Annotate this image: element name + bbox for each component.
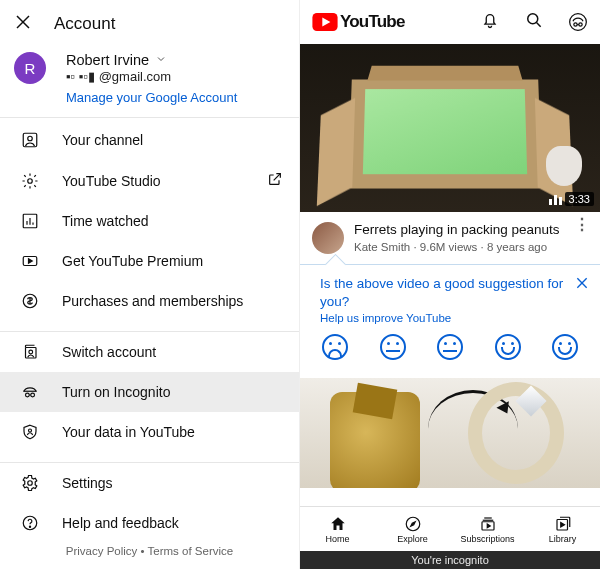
menu-help[interactable]: Help and feedback: [0, 503, 299, 543]
menu-your-data[interactable]: Your data in YouTube: [0, 412, 299, 452]
svg-point-4: [28, 178, 33, 183]
nav-library[interactable]: Library: [525, 507, 600, 551]
video-thumbnail-2[interactable]: [300, 378, 600, 488]
dollar-icon: [20, 292, 40, 310]
svg-point-28: [579, 23, 582, 26]
avatar: R: [14, 52, 46, 84]
gear-icon: [20, 172, 40, 190]
svg-line-25: [537, 23, 541, 27]
youtube-topbar: YouTube: [300, 0, 600, 44]
svg-point-15: [26, 393, 30, 397]
manage-account-link[interactable]: Manage your Google Account: [66, 90, 237, 105]
menu-premium[interactable]: Get YouTube Premium: [0, 241, 299, 281]
svg-rect-2: [23, 133, 37, 147]
incognito-avatar-icon[interactable]: [568, 12, 588, 32]
svg-point-13: [29, 350, 33, 354]
external-link-icon: [267, 171, 283, 190]
close-icon[interactable]: [574, 275, 590, 295]
video-thumbnail-1[interactable]: 3:33: [300, 44, 600, 212]
menu-settings[interactable]: Settings: [0, 463, 299, 503]
channel-avatar[interactable]: [312, 222, 344, 254]
svg-marker-37: [487, 524, 490, 528]
menu-your-channel[interactable]: Your channel: [0, 120, 299, 160]
menu-label: Time watched: [62, 213, 283, 229]
close-icon[interactable]: [14, 13, 32, 35]
svg-point-27: [574, 23, 577, 26]
chevron-down-icon[interactable]: [155, 52, 167, 68]
playing-indicator-icon: [549, 195, 562, 205]
notifications-icon[interactable]: [480, 10, 500, 34]
nav-subscriptions[interactable]: Subscriptions: [450, 507, 525, 551]
video-subtext: Kate Smith · 9.6M views · 8 years ago: [354, 241, 560, 253]
menu-label: Settings: [62, 475, 283, 491]
bar-chart-icon: [20, 212, 40, 230]
shield-person-icon: [20, 423, 40, 441]
video-more-icon[interactable]: ⋮: [574, 222, 590, 254]
bottom-nav: Home Explore Subscriptions Library: [300, 506, 600, 551]
menu-label: YouTube Studio: [62, 173, 267, 189]
person-box-icon: [20, 131, 40, 149]
menu-turn-on-incognito[interactable]: Turn on Incognito: [0, 372, 299, 412]
settings-icon: [20, 474, 40, 492]
rating-face-5[interactable]: [552, 334, 578, 360]
rating-face-4[interactable]: [495, 334, 521, 360]
account-menu-pane: Account R Robert Irvine ▪▫ ▪▫▮ @gmail.co…: [0, 0, 300, 569]
svg-point-19: [28, 481, 33, 486]
svg-point-26: [570, 14, 587, 31]
incognito-icon: [20, 383, 40, 401]
svg-marker-10: [29, 259, 33, 264]
youtube-feed-pane: YouTube 3:33 Ferrets playing in packing …: [300, 0, 600, 569]
rating-face-2[interactable]: [380, 334, 406, 360]
profile-block[interactable]: R Robert Irvine ▪▫ ▪▫▮ @gmail.com Manage…: [0, 48, 299, 107]
profile-email: ▪▫ ▪▫▮ @gmail.com: [66, 69, 237, 84]
menu-label: Purchases and memberships: [62, 293, 283, 309]
switch-account-icon: [20, 343, 40, 361]
menu-purchases[interactable]: Purchases and memberships: [0, 281, 299, 321]
menu-label: Your channel: [62, 132, 283, 148]
menu-label: Your data in YouTube: [62, 424, 283, 440]
svg-marker-39: [560, 522, 564, 527]
menu-label: Help and feedback: [62, 515, 283, 531]
svg-point-24: [528, 14, 538, 24]
nav-explore[interactable]: Explore: [375, 507, 450, 551]
youtube-wordmark: YouTube: [340, 12, 405, 32]
video-title: Ferrets playing in packing peanuts: [354, 222, 560, 239]
footer-links[interactable]: Privacy Policy • Terms of Service: [0, 545, 299, 557]
feedback-card: Is the above video a good suggestion for…: [300, 264, 600, 372]
nav-home[interactable]: Home: [300, 507, 375, 551]
rating-face-1[interactable]: [322, 334, 348, 360]
profile-name: Robert Irvine: [66, 52, 149, 68]
search-icon[interactable]: [524, 10, 544, 34]
svg-marker-33: [410, 521, 415, 526]
incognito-bar: You're incognito: [300, 551, 600, 569]
feedback-help-link[interactable]: Help us improve YouTube: [320, 312, 586, 324]
menu-label: Turn on Incognito: [62, 384, 283, 400]
video-duration: 3:33: [565, 192, 594, 206]
svg-point-18: [29, 429, 32, 432]
video-meta-row[interactable]: Ferrets playing in packing peanuts Kate …: [300, 212, 600, 260]
play-rect-icon: [20, 252, 40, 270]
menu-time-watched[interactable]: Time watched: [0, 201, 299, 241]
page-title: Account: [54, 14, 115, 34]
menu-studio[interactable]: YouTube Studio: [0, 160, 299, 201]
svg-point-21: [29, 526, 30, 527]
svg-point-16: [31, 393, 35, 397]
svg-rect-12: [26, 348, 37, 359]
svg-point-3: [28, 136, 33, 141]
menu-label: Switch account: [62, 344, 283, 360]
feedback-question: Is the above video a good suggestion for…: [320, 275, 586, 310]
help-icon: [20, 514, 40, 532]
menu-label: Get YouTube Premium: [62, 253, 283, 269]
youtube-logo[interactable]: YouTube: [312, 12, 405, 32]
rating-face-3[interactable]: [437, 334, 463, 360]
menu-switch-account[interactable]: Switch account: [0, 332, 299, 372]
